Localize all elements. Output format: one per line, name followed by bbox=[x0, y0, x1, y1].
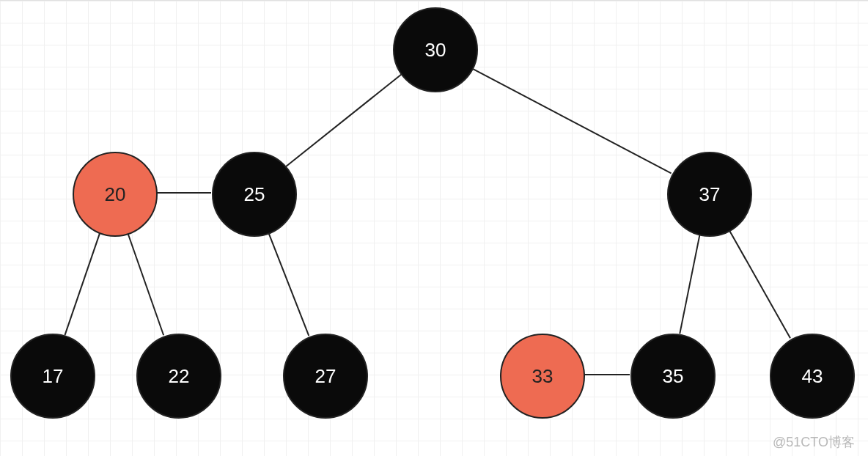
edge-30-37 bbox=[471, 68, 671, 174]
tree-node-35: 35 bbox=[630, 334, 716, 419]
tree-node-37: 37 bbox=[667, 152, 752, 237]
tree-node-25: 25 bbox=[212, 152, 297, 237]
tree-node-22: 22 bbox=[136, 334, 221, 419]
edge-20-22 bbox=[128, 232, 163, 335]
edge-25-27 bbox=[268, 232, 309, 336]
tree-node-20: 20 bbox=[73, 152, 158, 237]
edge-37-43 bbox=[729, 229, 790, 339]
diagram-canvas: 30252037172227353343 @51CTO博客 bbox=[0, 0, 868, 456]
tree-node-43: 43 bbox=[770, 334, 855, 419]
tree-node-17: 17 bbox=[10, 334, 95, 419]
tree-node-33: 33 bbox=[500, 334, 585, 419]
edge-37-35 bbox=[680, 234, 699, 334]
edge-20-17 bbox=[65, 232, 100, 335]
tree-node-27: 27 bbox=[283, 334, 368, 419]
watermark: @51CTO博客 bbox=[773, 433, 855, 451]
tree-node-30: 30 bbox=[393, 7, 478, 92]
edge-30-25 bbox=[286, 75, 402, 167]
